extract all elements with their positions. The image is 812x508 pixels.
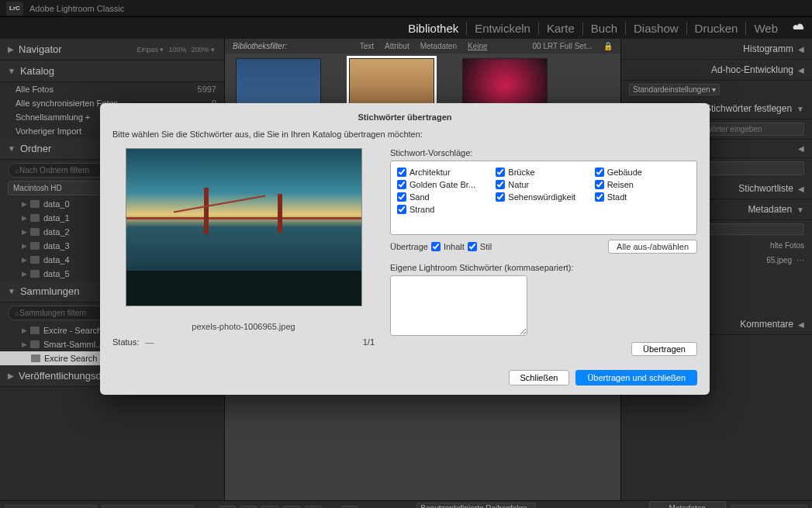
painter-icon[interactable] bbox=[341, 506, 358, 509]
keyword-checkbox[interactable]: Golden Gate Br... bbox=[397, 178, 492, 191]
keyword-checkbox[interactable]: Architektur bbox=[397, 166, 492, 178]
keyword-transfer-dialog: Stichwörter übertragen Bitte wählen Sie … bbox=[100, 103, 710, 395]
metadata-filter-label: hlte Fotos bbox=[770, 241, 804, 250]
keyword-checkbox[interactable]: Natur bbox=[496, 178, 591, 191]
preview-image bbox=[126, 148, 362, 306]
own-keywords-label: Eigene Lightroom Stichwörter (kommasepar… bbox=[390, 263, 697, 272]
keyword-checkbox[interactable]: Strand bbox=[397, 203, 492, 216]
keyword-checkbox[interactable]: Reisen bbox=[595, 178, 690, 191]
people-view-icon[interactable] bbox=[305, 506, 322, 509]
dialog-hint: Bitte wählen Sie die Stichwörter aus, di… bbox=[112, 130, 697, 139]
collections-title: Sammlungen bbox=[20, 285, 80, 297]
import-button[interactable]: Importieren... bbox=[5, 505, 97, 508]
bottom-bar: Importieren... Exportieren... Sortieren:… bbox=[0, 500, 812, 508]
toggle-all-button[interactable]: Alle aus-/abwählen bbox=[608, 240, 697, 254]
keyword-suggestions: Architektur Brücke Gebäude Golden Gate B… bbox=[390, 161, 697, 235]
folder-icon bbox=[30, 214, 40, 222]
folder-icon bbox=[30, 242, 40, 250]
collection-set-icon bbox=[30, 327, 40, 334]
survey-view-icon[interactable] bbox=[283, 506, 300, 509]
transfer-button[interactable]: Übertragen bbox=[631, 342, 697, 356]
chevron-right-icon: ▶ bbox=[8, 45, 14, 54]
content-checkbox[interactable] bbox=[431, 242, 441, 251]
folder-icon bbox=[30, 256, 40, 264]
collection-icon bbox=[31, 354, 40, 362]
suggestions-label: Stichwort-Vorschläge: bbox=[390, 148, 697, 157]
sync-settings-button[interactable]: Einstell. syn. bbox=[731, 505, 807, 508]
filter-text[interactable]: Text bbox=[360, 42, 374, 50]
navigator-title: Navigator bbox=[19, 43, 62, 55]
navigator-panel[interactable]: ▶ Navigator Einpas ▾ 100% 200% ▾ bbox=[0, 39, 224, 60]
chevron-down-icon: ▼ bbox=[8, 287, 16, 295]
keyword-checkbox[interactable]: Sand bbox=[397, 191, 492, 203]
dialog-title: Stichwörter übertragen bbox=[112, 112, 697, 122]
cloud-sync-icon[interactable] bbox=[792, 22, 806, 34]
module-picker: Bibliothek Entwickeln Karte Buch Diashow… bbox=[0, 17, 812, 39]
folder-icon bbox=[30, 200, 40, 208]
sort-select[interactable]: Benutzerdefinierte Reihenfolge ▾ bbox=[416, 503, 535, 509]
nav-100[interactable]: 100% bbox=[168, 46, 186, 54]
page-indicator: 1/1 bbox=[363, 337, 375, 347]
filter-lock-icon[interactable]: 🔒 bbox=[603, 42, 613, 50]
adhoc-panel[interactable]: Ad-hoc-Entwicklung◀ bbox=[621, 60, 812, 81]
preview-filename: pexels-photo-1006965.jpeg bbox=[112, 322, 375, 331]
keyword-checkbox[interactable]: Brücke bbox=[496, 166, 591, 178]
chevron-down-icon: ▼ bbox=[8, 144, 16, 153]
catalog-panel[interactable]: ▼ Katalog bbox=[0, 60, 224, 82]
collection-set-icon bbox=[30, 340, 40, 348]
keyword-checkbox[interactable]: Stadt bbox=[595, 191, 690, 203]
module-develop[interactable]: Entwickeln bbox=[467, 22, 539, 35]
keyword-checkbox[interactable]: Gebäude bbox=[595, 166, 690, 178]
style-checkbox[interactable] bbox=[468, 242, 477, 251]
app-name: Adobe Lightroom Classic bbox=[29, 4, 124, 13]
title-bar: LrC Adobe Lightroom Classic bbox=[0, 0, 812, 17]
module-print[interactable]: Drucken bbox=[687, 22, 747, 35]
publish-title: Veröffentlichungsd... bbox=[19, 370, 110, 382]
chevron-right-icon: ▶ bbox=[8, 371, 14, 380]
module-book[interactable]: Buch bbox=[583, 22, 626, 35]
close-button[interactable]: Schließen bbox=[509, 370, 570, 385]
filter-metadata[interactable]: Metadaten bbox=[420, 42, 457, 50]
compare-view-icon[interactable] bbox=[261, 506, 278, 509]
module-web[interactable]: Web bbox=[746, 22, 786, 35]
nav-fit[interactable]: Einpas ▾ bbox=[136, 46, 164, 54]
catalog-all-photos[interactable]: Alle Fotos5997 bbox=[0, 82, 224, 96]
status-value: — bbox=[145, 337, 154, 347]
module-slideshow[interactable]: Diashow bbox=[626, 22, 687, 35]
catalog-title: Katalog bbox=[20, 65, 54, 77]
own-keywords-input[interactable] bbox=[390, 275, 527, 336]
histogram-panel[interactable]: Histogramm◀ bbox=[621, 39, 812, 60]
nav-200[interactable]: 200% ▾ bbox=[191, 46, 215, 54]
filter-preset[interactable]: 00 LRT Full Set... bbox=[533, 42, 593, 50]
transfer-and-close-button[interactable]: Übertragen und schließen bbox=[575, 370, 697, 385]
status-label: Status: bbox=[112, 337, 139, 347]
sync-metadata-button[interactable]: Metadaten syn. bbox=[649, 501, 726, 509]
folders-title: Ordner bbox=[20, 143, 51, 154]
transfer-label: Übertrage bbox=[390, 242, 428, 251]
app-logo: LrC bbox=[6, 2, 23, 16]
filter-none[interactable]: Keine bbox=[468, 42, 488, 50]
folder-icon bbox=[30, 270, 40, 278]
folder-icon bbox=[30, 228, 40, 236]
filter-label: Bibliotheksfilter: bbox=[233, 42, 287, 50]
library-filter-bar: Bibliotheksfilter: Text Attribut Metadat… bbox=[225, 39, 620, 54]
module-map[interactable]: Karte bbox=[539, 22, 583, 35]
chevron-down-icon: ▼ bbox=[8, 67, 16, 75]
filter-attribute[interactable]: Attribut bbox=[385, 42, 409, 50]
grid-view-icon[interactable] bbox=[219, 506, 236, 509]
preset-select[interactable]: Standardeinstellungen ▾ bbox=[629, 84, 720, 95]
export-button[interactable]: Exportieren... bbox=[102, 505, 194, 508]
module-library[interactable]: Bibliothek bbox=[400, 22, 467, 35]
keyword-checkbox[interactable]: Sehenswürdigkeit bbox=[496, 191, 591, 203]
metadata-actions-icon[interactable]: ⋯ bbox=[796, 256, 804, 264]
loupe-view-icon[interactable] bbox=[240, 506, 257, 509]
